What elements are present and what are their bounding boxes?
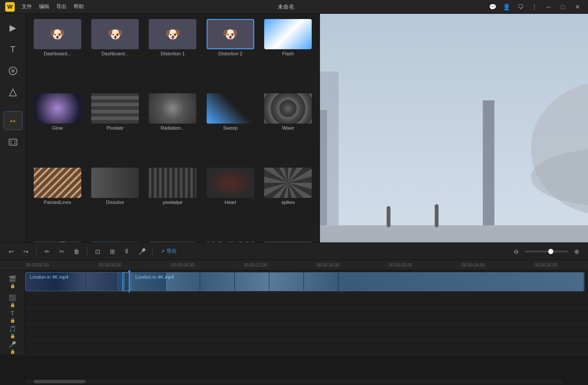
effect-label-dissolve: Dissolve [106,200,124,205]
more-icon[interactable]: ⋮ [530,3,539,11]
split-button[interactable]: ⊞ [106,245,118,258]
zoom-slider-thumb[interactable] [548,249,553,254]
redo-button[interactable]: ↪ [20,245,32,258]
cut-button[interactable]: ✂ [56,245,68,258]
sidebar-item-transition[interactable]: ↔ [3,111,22,130]
svg-rect-20 [435,204,439,227]
ruler-mark-1: 00:00:04.00 [99,263,121,267]
chat-icon[interactable]: 💬 [489,3,497,11]
mic-track-header: 🎤 🔒 [0,340,25,355]
svg-marker-2 [10,89,16,96]
effect-item-pixelwipe[interactable]: pixelwipe [145,166,201,239]
effect-item-sweep[interactable]: Sweep [202,92,258,164]
video-track-lock[interactable]: 🔒 [10,283,15,288]
export-button[interactable]: ↗ 导出 [157,246,180,257]
effect-item-spikes[interactable]: spikes [260,166,316,239]
effect-thumb-dashboard2 [91,19,139,49]
ruler-mark-3: 00:00:12.00 [244,263,267,267]
effect-thumb-spikes [264,168,312,198]
zoom-controls: ⊖ ⊕ [510,245,583,258]
effect-item-flash[interactable]: Flash [260,17,316,90]
menu-export[interactable]: 导出 [56,3,67,10]
ruler-mark-0: 00:00:00.00 [26,263,49,267]
effect-item-distortion2[interactable]: Distortion 2 [202,17,258,90]
clip-thumb-2c [200,273,235,291]
app-title: 未命名 [278,3,294,11]
effect-label-flash: Flash [282,51,294,56]
mic-track-lock[interactable]: 🔒 [10,349,15,354]
audio-button[interactable]: 🎙 [121,245,133,258]
timeline-scrollbar[interactable] [25,380,563,383]
sidebar-item-film[interactable] [3,133,22,152]
video-track: 🎬 🔒 London in 4K.mp4 [0,270,588,293]
effect-label-wave: Wave [282,125,294,130]
video-clip-1[interactable]: London in 4K.mp4 [25,272,125,291]
svg-rect-7 [14,143,16,144]
effect-label-pixelate: Pixelate [107,125,124,130]
svg-rect-16 [483,100,495,225]
user-icon[interactable]: 👤 [502,3,511,11]
effect-item-radiation[interactable]: Radiation... [145,92,201,164]
sidebar-item-effects[interactable] [3,61,22,80]
maximize-button[interactable]: □ [559,3,567,10]
effect-item-wave[interactable]: Wave [260,92,316,164]
subtitle-track-lock[interactable]: 🔒 [10,302,15,307]
sidebar-item-elements[interactable] [3,83,22,102]
timeline-toolbar: ↩ ↪ ✏ ✂ 🗑 ⊡ ⊞ 🎙 🎤 ↗ 导出 ⊖ ⊕ [0,243,588,260]
effect-item-pixelate[interactable]: Pixelate [87,92,143,164]
text-track: T 🔒 [0,309,588,324]
zoom-in-button[interactable]: ⊕ [571,245,583,258]
mic-button[interactable]: 🎤 [136,245,148,258]
effect-item-dissolve[interactable]: Dissolve [87,166,143,239]
minimize-button[interactable]: ─ [544,3,553,10]
bottom-section: ↩ ↪ ✏ ✂ 🗑 ⊡ ⊞ 🎙 🎤 ↗ 导出 ⊖ ⊕ 00:00:00.00 0… [0,242,588,385]
effect-label-radiation: Radiation... [161,125,185,130]
undo-button[interactable]: ↩ [5,245,17,258]
effect-label-spikes: spikes [281,200,295,205]
ruler-mark-5: 00:00:20.00 [389,263,412,267]
transition-marker-1[interactable] [122,272,131,291]
message-icon[interactable]: 🗨 [516,3,525,11]
svg-rect-6 [10,143,12,144]
scrollbar-thumb[interactable] [34,380,86,383]
zoom-out-button[interactable]: ⊖ [510,245,522,258]
video-clip-2[interactable]: London in 4K.mp4 [131,272,585,291]
menu-edit[interactable]: 编辑 [39,3,49,10]
audio-track-content [25,324,588,339]
clip-label-2: London in 4K.mp4 [133,274,176,280]
zoom-slider[interactable] [525,251,568,252]
effect-item-dashboard1[interactable]: Dashboard... [29,17,85,90]
clip-thumb-1c [86,273,116,291]
text-track-lock[interactable]: 🔒 [10,318,15,323]
close-button[interactable]: ✕ [572,3,583,10]
effect-label-paintedlines: PaintedLines [44,200,71,205]
delete-button[interactable]: 🗑 [70,245,83,258]
menu-file[interactable]: 文件 [22,3,32,10]
sidebar-item-media[interactable]: ▶ [3,18,22,37]
effect-thumb-glow [34,93,81,124]
export-icon: ↗ [160,248,165,255]
subtitle-track-content [25,293,588,308]
effect-thumb-flash [264,19,312,49]
effect-item-dashboard2[interactable]: Dashboard... [87,17,143,90]
audio-track-lock[interactable]: 🔒 [10,334,15,338]
video-track-header: 🎬 🔒 [0,270,25,293]
timeline-tracks: 🎬 🔒 London in 4K.mp4 [0,270,588,378]
effect-item-paintedlines[interactable]: PaintedLines [29,166,85,239]
effect-thumb-dissolve [91,168,139,198]
pen-button[interactable]: ✏ [41,245,53,258]
mic-track: 🎤 🔒 [0,340,588,355]
effect-thumb-pixelate [91,93,139,124]
effect-item-heart[interactable]: Heart [202,166,258,239]
mic-track-icon: 🎤 [9,341,16,348]
effect-item-distortion1[interactable]: Distortion 1 [145,17,201,90]
ruler-mark-4: 00:00:16.00 [316,263,339,267]
export-label: 导出 [166,248,177,255]
sidebar-item-text[interactable]: T [3,40,22,59]
svg-rect-3 [9,139,17,145]
crop-button[interactable]: ⊡ [92,245,104,258]
effect-label-pixelwipe: pixelwipe [163,200,182,205]
effect-label-heart: Heart [224,200,236,205]
menu-help[interactable]: 帮助 [74,3,84,10]
effect-item-glow[interactable]: Glow [29,92,85,164]
